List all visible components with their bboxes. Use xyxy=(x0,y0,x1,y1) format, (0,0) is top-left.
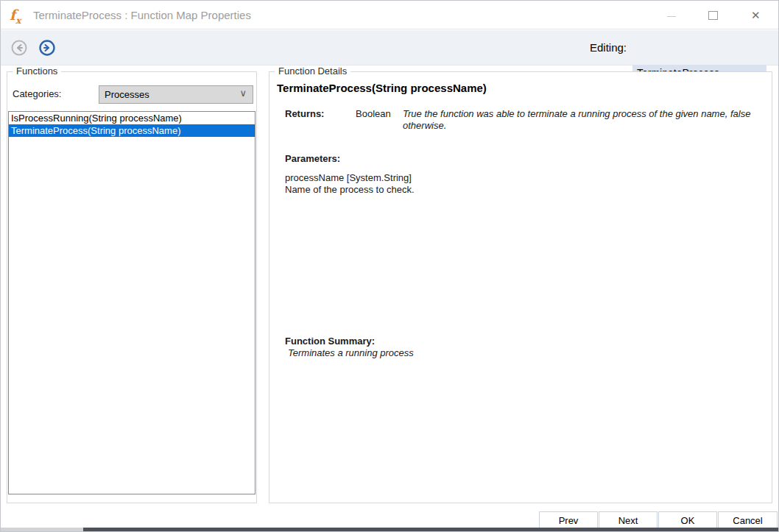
circle-arrow-right-icon xyxy=(39,40,55,56)
returns-label: Returns: xyxy=(285,108,324,119)
functions-panel-title: Functions xyxy=(13,65,61,77)
parameter-name: processName [System.String] xyxy=(285,172,415,184)
background-edge-dark xyxy=(83,528,778,531)
window-title: TerminateProcess : Function Map Properti… xyxy=(33,1,251,29)
chevron-down-icon: ∨ xyxy=(239,88,247,99)
categories-label: Categories: xyxy=(13,88,61,99)
function-map-properties-dialog: fx TerminateProcess : Function Map Prope… xyxy=(0,0,779,532)
function-signature: TerminateProcess(String processName) xyxy=(277,82,487,94)
returns-type: Boolean xyxy=(356,108,391,119)
minimize-button[interactable] xyxy=(655,1,688,29)
editing-label: Editing: xyxy=(590,30,627,65)
toolbar: Editing: TerminateProcess xyxy=(1,30,778,65)
minimize-icon xyxy=(667,16,676,17)
close-button[interactable]: ✕ xyxy=(740,1,774,29)
circle-arrow-left-icon xyxy=(11,40,27,56)
function-details-panel: Function Details TerminateProcess(String… xyxy=(269,71,772,503)
background-window-edge xyxy=(1,528,778,531)
functions-panel: Functions Categories: Processes ∨ IsProc… xyxy=(7,71,257,503)
forward-button[interactable] xyxy=(39,40,55,56)
function-summary-text: Terminates a running process xyxy=(288,347,414,358)
function-listbox: IsProcessRunning(String processName) Ter… xyxy=(8,111,255,494)
fx-function-icon: fx xyxy=(10,6,21,29)
back-button[interactable] xyxy=(11,40,27,56)
function-summary-label: Function Summary: xyxy=(285,336,375,347)
close-icon: ✕ xyxy=(751,9,761,22)
maximize-button[interactable] xyxy=(696,1,730,29)
parameters-label: Parameters: xyxy=(285,153,340,164)
list-item-terminateprocess[interactable]: TerminateProcess(String processName) xyxy=(9,124,255,137)
maximize-icon xyxy=(708,11,718,20)
background-edge-light xyxy=(1,528,83,531)
categories-value: Processes xyxy=(105,86,149,103)
function-details-title: Function Details xyxy=(275,65,350,77)
returns-description: True the function was able to terminate … xyxy=(403,108,771,132)
titlebar: fx TerminateProcess : Function Map Prope… xyxy=(1,1,778,29)
list-item-isprocessrunning[interactable]: IsProcessRunning(String processName) xyxy=(9,112,255,124)
categories-select[interactable]: Processes ∨ xyxy=(99,85,253,104)
parameter-entry: processName [System.String] Name of the … xyxy=(285,172,415,196)
parameter-description: Name of the process to check. xyxy=(285,184,415,196)
